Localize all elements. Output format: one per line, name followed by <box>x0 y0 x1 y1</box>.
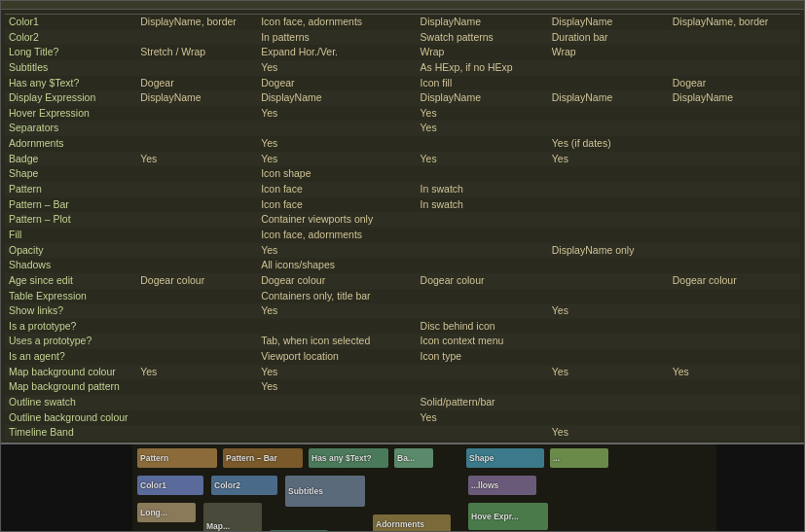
cell-charts: Stretch / Wrap <box>136 45 257 60</box>
cell-charts <box>136 258 257 273</box>
cell-charts <box>136 243 257 259</box>
cell-charts <box>136 425 257 441</box>
cell-timelines <box>548 121 669 136</box>
table-row: Shadows All icons/shapes <box>5 258 800 273</box>
cell-charts: Yes <box>136 365 257 380</box>
cell-type: Uses a prototype? <box>5 334 136 349</box>
cell-timelines <box>548 334 669 349</box>
cell-type: Outline background colour <box>5 410 136 426</box>
viz-section: PatternPattern – BarHas any $Text?Ba...S… <box>1 443 804 531</box>
cell-treemaps <box>669 410 800 426</box>
cell-treemaps: Yes <box>669 365 800 380</box>
cell-type: Color1 <box>5 15 136 30</box>
table-row: Map background pattern Yes <box>5 379 800 395</box>
viz-right-dark <box>716 444 804 531</box>
cell-timelines <box>548 289 669 304</box>
cell-treemaps <box>669 349 800 365</box>
cell-outlines: Icon type <box>417 349 548 365</box>
cell-timelines <box>548 76 669 91</box>
cell-timelines: Duration bar <box>548 30 669 46</box>
cell-outlines: Dogear colour <box>417 273 548 289</box>
cell-type: Hover Expression <box>5 106 136 122</box>
cell-type: Map background pattern <box>5 379 136 395</box>
cell-maps <box>257 319 416 335</box>
cell-maps: Yes <box>257 136 416 152</box>
cell-type: Long Title? <box>5 45 136 60</box>
cell-treemaps <box>669 379 800 395</box>
cell-timelines: Wrap <box>548 45 669 60</box>
cell-timelines <box>548 60 669 76</box>
cell-charts <box>136 121 257 136</box>
cell-timelines: DisplayName <box>548 90 669 106</box>
cell-charts <box>136 182 257 197</box>
viz-block: Long... <box>137 503 196 522</box>
table-row: Pattern – Plot Container viewports only <box>5 212 800 228</box>
cell-type: Opacity <box>5 243 136 259</box>
cell-treemaps <box>669 60 800 76</box>
cell-maps <box>257 425 416 441</box>
cell-timelines <box>548 273 669 289</box>
cell-maps: Icon shape <box>257 166 416 182</box>
table-row: Badge Yes Yes Yes Yes <box>5 152 800 167</box>
cell-treemaps <box>669 136 800 152</box>
cell-charts <box>136 289 257 304</box>
cell-treemaps: Dogear colour <box>669 273 800 289</box>
table-row: Age since edit Dogear colour Dogear colo… <box>5 273 800 289</box>
cell-maps: Tab, when icon selected <box>257 334 416 349</box>
cell-charts <box>136 319 257 335</box>
cell-outlines: Yes <box>417 152 548 167</box>
table-row: Color2 In patterns Swatch patterns Durat… <box>5 30 800 46</box>
cell-charts <box>136 334 257 349</box>
cell-outlines: Swatch patterns <box>417 30 548 46</box>
cell-timelines: DisplayName only <box>548 243 669 259</box>
cell-outlines: As HExp, if no HExp <box>417 60 548 76</box>
cell-charts <box>136 166 257 182</box>
cell-type: Pattern <box>5 182 136 197</box>
cell-maps: Yes <box>257 60 416 76</box>
cell-type: Has any $Text? <box>5 76 136 91</box>
cell-treemaps <box>669 334 800 349</box>
viz-block: Pattern <box>137 448 217 468</box>
viz-block: Adornments <box>373 514 451 531</box>
table-row: Fill Icon face, adornments <box>5 228 800 243</box>
cell-treemaps <box>669 182 800 197</box>
cell-timelines <box>548 349 669 365</box>
cell-maps: Yes <box>257 365 416 380</box>
table-row: Outline swatch Solid/pattern/bar <box>5 395 800 410</box>
table-row: Color1 DisplayName, border Icon face, ad… <box>5 15 800 30</box>
cell-outlines <box>417 228 548 243</box>
cell-outlines: DisplayName <box>417 15 548 30</box>
cell-timelines: Yes <box>548 303 669 319</box>
cell-charts <box>136 303 257 319</box>
viz-block: Subtitles <box>285 476 365 507</box>
cell-treemaps <box>669 243 800 259</box>
cell-outlines: Yes <box>417 106 548 122</box>
cell-outlines <box>417 212 548 228</box>
table-row: Display Expression DisplayName DisplayNa… <box>5 90 800 106</box>
cell-maps: Yes <box>257 379 416 395</box>
viz-block: links? <box>270 530 328 531</box>
table-row: Pattern – Bar Icon face In swatch <box>5 197 800 213</box>
cell-treemaps <box>669 319 800 335</box>
cell-type: Display Expression <box>5 90 136 106</box>
table-section: Color1 DisplayName, border Icon face, ad… <box>1 10 804 443</box>
cell-timelines <box>548 197 669 213</box>
cell-maps: Dogear colour <box>257 273 416 289</box>
cell-type: Fill <box>5 228 136 243</box>
cell-maps: Icon face <box>257 197 416 213</box>
cell-type: Separators <box>5 121 136 136</box>
cell-charts <box>136 136 257 152</box>
table-row: Uses a prototype? Tab, when icon selecte… <box>5 334 800 349</box>
features-table: Color1 DisplayName, border Icon face, ad… <box>5 12 800 441</box>
cell-outlines: DisplayName <box>417 90 548 106</box>
table-row: Hover Expression Yes Yes <box>5 106 800 122</box>
cell-timelines <box>548 228 669 243</box>
cell-treemaps <box>669 289 800 304</box>
viz-left-dark <box>1 444 132 531</box>
cell-outlines: In swatch <box>417 182 548 197</box>
viz-block: ... <box>550 448 608 468</box>
cell-outlines <box>417 379 548 395</box>
table-row: Map background colour Yes Yes Yes Yes <box>5 365 800 380</box>
table-row: Has any $Text? Dogear Dogear Icon fill D… <box>5 76 800 91</box>
cell-timelines: Yes <box>548 152 669 167</box>
